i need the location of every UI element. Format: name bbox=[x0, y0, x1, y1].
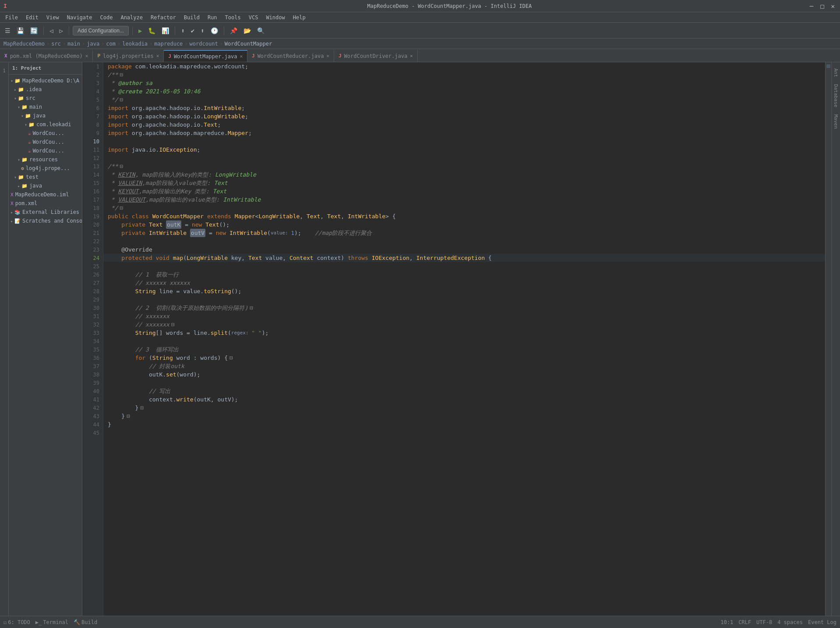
breadcrumb-main[interactable]: main bbox=[67, 41, 80, 47]
menu-help[interactable]: Help bbox=[289, 14, 309, 21]
breadcrumb-java[interactable]: java bbox=[87, 41, 99, 47]
toolbar-run[interactable]: ▶ bbox=[136, 26, 144, 35]
encoding[interactable]: UTF-8 bbox=[756, 619, 772, 625]
menu-run[interactable]: Run bbox=[204, 14, 221, 21]
fold-marker-5[interactable]: ⊟ bbox=[120, 96, 123, 104]
toolbar-bookmark[interactable]: 📌 bbox=[228, 26, 240, 35]
window-controls[interactable]: ─ □ ✕ bbox=[808, 3, 836, 10]
menu-view[interactable]: View bbox=[43, 14, 63, 21]
menu-tools[interactable]: Tools bbox=[222, 14, 244, 21]
toolbar-forward[interactable]: ▷ bbox=[57, 26, 65, 35]
toolbar-run-with-coverage[interactable]: 📊 bbox=[159, 26, 171, 35]
menu-vcs[interactable]: VCS bbox=[245, 14, 262, 21]
mapper-tab-icon: J bbox=[168, 53, 171, 59]
fold-marker-2[interactable]: ⊟ bbox=[120, 71, 123, 79]
toolbar-vcs-push[interactable]: ⬆ bbox=[198, 26, 206, 35]
menu-file[interactable]: File bbox=[2, 14, 21, 21]
breadcrumb-file[interactable]: WordCountMapper bbox=[225, 41, 272, 47]
tree-item-src[interactable]: ▾ 📁 src bbox=[12, 94, 82, 103]
line-ending[interactable]: CRLF bbox=[738, 619, 751, 625]
tree-arrow: ▾ bbox=[14, 96, 17, 101]
menu-window[interactable]: Window bbox=[262, 14, 288, 21]
run-config-button[interactable]: Add Configuration... bbox=[73, 26, 129, 35]
tab-driver[interactable]: J WordCountDriver.java ✕ bbox=[334, 50, 418, 62]
toolbar-sync[interactable]: 🔄 bbox=[28, 26, 40, 35]
toolbar-vcs-commit[interactable]: ✔ bbox=[189, 26, 197, 35]
breadcrumb-wordcount[interactable]: wordcount bbox=[190, 41, 218, 47]
tree-item-java-test[interactable]: ▸ 📁 java bbox=[16, 181, 82, 190]
indent[interactable]: 4 spaces bbox=[777, 619, 803, 625]
breadcrumb-project[interactable]: MapReduceDemo bbox=[4, 41, 45, 47]
build-panel[interactable]: 🔨 Build bbox=[74, 619, 97, 625]
tree-item-resources[interactable]: ▾ 📁 resources bbox=[16, 155, 82, 164]
toolbar-debug[interactable]: 🐛 bbox=[146, 26, 158, 35]
tree-item-external-libs[interactable]: ▸ 📚 External Libraries bbox=[9, 208, 82, 216]
tab-pom[interactable]: X pom.xml (MapReduceDemo) ✕ bbox=[0, 50, 93, 62]
code-editor[interactable]: package com.leokadia.mapreduce.wordcount… bbox=[103, 62, 825, 616]
tree-item-main[interactable]: ▾ 📁 main bbox=[16, 103, 82, 111]
tree-item-test[interactable]: ▾ 📁 test bbox=[12, 173, 82, 181]
pom-tab-close[interactable]: ✕ bbox=[85, 53, 88, 59]
tree-item-java-main[interactable]: ▾ 📁 java bbox=[19, 111, 82, 120]
toolbar-hamburger[interactable]: ☰ bbox=[3, 26, 13, 35]
fold-marker-13[interactable]: ⊟ bbox=[120, 162, 123, 170]
code-line-45 bbox=[103, 429, 825, 437]
breadcrumb-src[interactable]: src bbox=[51, 41, 61, 47]
project-tree[interactable]: ▾ 📁 MapReduceDemo D:\A ▸ 📁 .idea ▾ 📁 src… bbox=[9, 75, 82, 616]
database-panel[interactable]: Database bbox=[833, 82, 839, 109]
menu-refactor[interactable]: Refactor bbox=[147, 14, 180, 21]
library-icon: 📚 bbox=[14, 209, 21, 215]
tree-item-scratches[interactable]: ▸ 📝 Scratches and Consoles bbox=[9, 216, 82, 225]
reducer-tab-close[interactable]: ✕ bbox=[326, 53, 329, 59]
ant-panel[interactable]: Ant bbox=[833, 67, 839, 79]
fold-marker-32[interactable]: ⊟ bbox=[171, 320, 175, 329]
tree-item-log4j[interactable]: ⚙ log4j.prope... bbox=[19, 164, 82, 173]
menu-build[interactable]: Build bbox=[180, 14, 203, 21]
close-btn[interactable]: ✕ bbox=[829, 3, 836, 10]
line-num-40: 40 bbox=[82, 387, 103, 395]
driver-tab-close[interactable]: ✕ bbox=[410, 53, 413, 59]
menu-analyze[interactable]: Analyze bbox=[117, 14, 146, 21]
fold-marker-42[interactable]: ⊟ bbox=[140, 404, 144, 412]
editor-scrollbar[interactable] bbox=[825, 62, 831, 616]
maven-panel[interactable]: Maven bbox=[833, 113, 839, 131]
breadcrumb-mapreduce[interactable]: mapreduce bbox=[154, 41, 183, 47]
tree-item-reducer[interactable]: ☕ WordCou... bbox=[26, 138, 82, 146]
menu-edit[interactable]: Edit bbox=[22, 14, 42, 21]
tree-item-mapper[interactable]: ☕ WordCou... bbox=[26, 129, 82, 138]
fold-marker-30[interactable]: ⊟ bbox=[250, 304, 253, 312]
fold-marker-18[interactable]: ⊟ bbox=[120, 204, 123, 212]
tree-item-com[interactable]: ▾ 📁 com.leokadi bbox=[23, 120, 82, 129]
tab-log4j[interactable]: P log4j.properties ✕ bbox=[93, 50, 164, 62]
log4j-tab-close[interactable]: ✕ bbox=[156, 53, 159, 59]
terminal-panel[interactable]: ▶_ Terminal bbox=[35, 619, 68, 625]
tab-mapper[interactable]: J WordCountMapper.java ✕ bbox=[164, 50, 247, 62]
scrollbar-thumb[interactable] bbox=[826, 64, 830, 68]
menu-navigate[interactable]: Navigate bbox=[64, 14, 96, 21]
toolbar-open-file[interactable]: 📂 bbox=[241, 26, 253, 35]
tree-item-pom[interactable]: X pom.xml bbox=[9, 199, 82, 208]
breadcrumb-leokadia[interactable]: leokadia bbox=[122, 41, 148, 47]
tree-item-root[interactable]: ▾ 📁 MapReduceDemo D:\A bbox=[9, 76, 82, 85]
todo-panel[interactable]: ☑ 6: TODO bbox=[4, 619, 30, 625]
tree-item-iml[interactable]: X MapReduceDemo.iml bbox=[9, 190, 82, 199]
project-panel-toggle[interactable]: 1 bbox=[3, 67, 5, 75]
window-title: MapReduceDemo - WordCountMapper.java - I… bbox=[91, 3, 808, 9]
toolbar-vcs-history[interactable]: 🕐 bbox=[208, 26, 220, 35]
toolbar-search[interactable]: 🔍 bbox=[255, 26, 267, 35]
minimize-btn[interactable]: ─ bbox=[808, 3, 815, 10]
tree-item-idea[interactable]: ▸ 📁 .idea bbox=[12, 85, 82, 94]
maximize-btn[interactable]: □ bbox=[819, 3, 826, 10]
breadcrumb-com[interactable]: com bbox=[106, 41, 116, 47]
caret-position[interactable]: 10:1 bbox=[720, 619, 733, 625]
event-log[interactable]: Event Log bbox=[808, 619, 836, 625]
toolbar-save[interactable]: 💾 bbox=[14, 26, 26, 35]
mapper-tab-close[interactable]: ✕ bbox=[240, 53, 243, 59]
tree-item-driver[interactable]: ☕ WordCou... bbox=[26, 146, 82, 155]
tab-reducer[interactable]: J WordCountReducer.java ✕ bbox=[247, 50, 334, 62]
fold-marker-43[interactable]: ⊟ bbox=[127, 412, 130, 420]
toolbar-vcs-update[interactable]: ⬆ bbox=[179, 26, 187, 35]
menu-code[interactable]: Code bbox=[97, 14, 116, 21]
fold-marker-36[interactable]: ⊟ bbox=[229, 354, 233, 362]
toolbar-back[interactable]: ◁ bbox=[47, 26, 55, 35]
